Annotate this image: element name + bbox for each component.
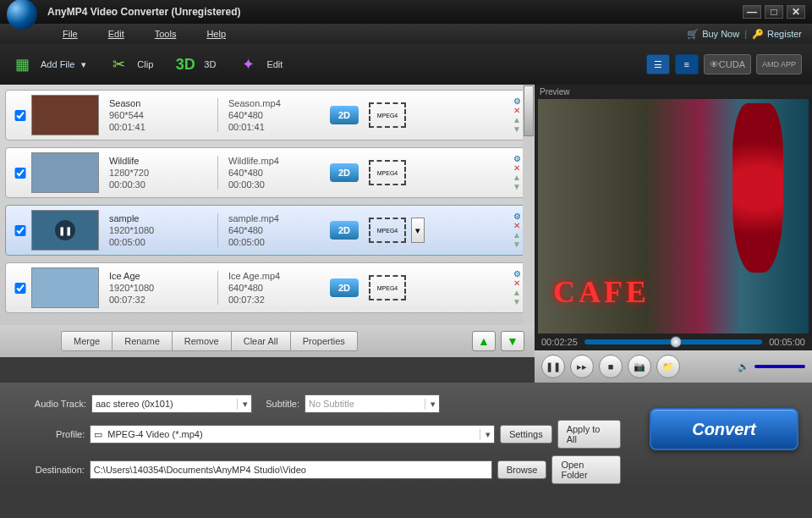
register-link[interactable]: 🔑Register xyxy=(752,29,802,40)
list-view-button[interactable]: ☰ xyxy=(646,54,670,74)
pause-button[interactable]: ❚❚ xyxy=(541,355,565,378)
file-checkbox[interactable] xyxy=(14,168,26,179)
delete-icon[interactable]: ✕ xyxy=(512,279,522,288)
3d-button[interactable]: 3D 3D xyxy=(173,52,216,76)
menu-file[interactable]: File xyxy=(47,29,93,39)
format-badge[interactable]: MPEG4 xyxy=(369,218,406,243)
bottom-panel: Audio Track: aac stereo (0x101)▾ Subtitl… xyxy=(0,383,812,486)
chevron-down-icon: ▾ xyxy=(480,429,491,440)
open-folder-button[interactable]: Open Folder xyxy=(551,455,621,484)
open-snapshot-folder-button[interactable]: 📁 xyxy=(656,355,680,378)
up-icon[interactable]: ▲ xyxy=(512,116,522,124)
output-name: Season.mp4 xyxy=(228,97,320,109)
scrollbar[interactable] xyxy=(523,85,535,325)
seek-thumb[interactable] xyxy=(670,336,682,348)
down-icon[interactable]: ▼ xyxy=(512,240,522,249)
format-dropdown[interactable]: ▾ xyxy=(411,218,425,243)
browse-button[interactable]: Browse xyxy=(497,460,547,479)
nvidia-icon: 👁 xyxy=(710,59,719,69)
up-icon[interactable]: ▲ xyxy=(512,289,522,297)
merge-button[interactable]: Merge xyxy=(61,331,112,351)
gear-icon[interactable]: ⚙ xyxy=(512,155,522,163)
settings-button[interactable]: Settings xyxy=(500,425,552,444)
gear-icon[interactable]: ⚙ xyxy=(512,270,522,278)
file-thumbnail[interactable] xyxy=(31,95,99,135)
menubar: File Edit Tools Help 🛒Buy Now | 🔑Registe… xyxy=(0,24,812,44)
down-icon[interactable]: ▼ xyxy=(512,125,522,134)
file-checkbox[interactable] xyxy=(14,110,26,121)
down-icon[interactable]: ▼ xyxy=(512,298,522,306)
file-checkbox[interactable] xyxy=(14,225,26,236)
dimension-badge[interactable]: 2D xyxy=(330,163,359,182)
move-up-button[interactable]: ▲ xyxy=(472,331,496,351)
clear-all-button[interactable]: Clear All xyxy=(232,331,291,351)
fast-forward-button[interactable]: ▸▸ xyxy=(570,355,594,378)
delete-icon[interactable]: ✕ xyxy=(512,222,522,230)
snapshot-button[interactable]: 📷 xyxy=(628,355,651,378)
rename-button[interactable]: Rename xyxy=(112,331,173,351)
buy-now-link[interactable]: 🛒Buy Now xyxy=(687,29,739,40)
audio-track-select[interactable]: aac stereo (0x101)▾ xyxy=(91,394,252,413)
audio-track-label: Audio Track: xyxy=(14,399,86,409)
file-thumbnail[interactable] xyxy=(31,152,99,193)
file-checkbox[interactable] xyxy=(14,283,26,294)
file-row[interactable]: Season 960*544 00:01:41 Season.mp4 640*4… xyxy=(5,90,529,141)
dimension-badge[interactable]: 2D xyxy=(330,221,359,240)
destination-label: Destination: xyxy=(14,465,85,475)
apply-all-button[interactable]: Apply to All xyxy=(557,420,621,449)
delete-icon[interactable]: ✕ xyxy=(512,164,522,173)
menu-edit[interactable]: Edit xyxy=(93,29,140,39)
menu-tools[interactable]: Tools xyxy=(140,29,192,39)
stop-button[interactable]: ■ xyxy=(599,355,623,378)
up-icon[interactable]: ▲ xyxy=(512,231,522,240)
seek-bar[interactable] xyxy=(584,339,762,344)
file-thumbnail[interactable] xyxy=(31,267,99,308)
move-down-button[interactable]: ▼ xyxy=(501,331,524,351)
gear-icon[interactable]: ⚙ xyxy=(512,212,522,221)
file-list: Season 960*544 00:01:41 Season.mp4 640*4… xyxy=(0,85,535,325)
file-row[interactable]: Wildlife 1280*720 00:00:30 Wildlife.mp4 … xyxy=(5,147,529,198)
volume-slider[interactable] xyxy=(754,365,805,368)
add-file-button[interactable]: ▦ Add File ▾ xyxy=(10,52,86,76)
scroll-thumb[interactable] xyxy=(524,85,534,136)
detail-view-button[interactable]: ≡ xyxy=(675,54,699,74)
delete-icon[interactable]: ✕ xyxy=(512,107,522,115)
properties-button[interactable]: Properties xyxy=(291,331,358,351)
destination-input[interactable]: C:\Users\140354\Documents\AnyMP4 Studio\… xyxy=(90,460,492,479)
clip-button[interactable]: ✂ Clip xyxy=(107,52,153,76)
format-badge[interactable]: MPEG4 xyxy=(369,275,406,300)
menu-help[interactable]: Help xyxy=(191,29,241,39)
up-icon[interactable]: ▲ xyxy=(512,174,522,182)
source-info: Wildlife 1280*720 00:00:30 xyxy=(99,155,217,190)
gear-icon[interactable]: ⚙ xyxy=(512,97,522,106)
file-row[interactable]: Ice Age 1920*1080 00:07:32 Ice Age.mp4 6… xyxy=(5,262,529,313)
output-name: sample.mp4 xyxy=(228,212,320,224)
remove-button[interactable]: Remove xyxy=(173,331,232,351)
subtitle-select[interactable]: No Subtitle▾ xyxy=(304,394,440,413)
format-badge[interactable]: MPEG4 xyxy=(369,102,406,128)
format-icon: ▭ xyxy=(94,429,102,440)
add-file-icon: ▦ xyxy=(10,52,34,76)
file-row[interactable]: ❚❚ sample 1920*1080 00:05:00 sample.mp4 … xyxy=(5,205,529,256)
preview-video[interactable]: CAFE xyxy=(538,99,809,333)
format-badge[interactable]: MPEG4 xyxy=(369,160,406,185)
chevron-down-icon: ▾ xyxy=(237,399,248,410)
edit-button[interactable]: ✦ Edit xyxy=(236,52,283,76)
dimension-badge[interactable]: 2D xyxy=(330,278,359,297)
maximize-button[interactable]: □ xyxy=(765,5,783,19)
down-icon[interactable]: ▼ xyxy=(512,183,522,191)
output-info: sample.mp4 640*480 00:05:00 xyxy=(218,212,320,248)
output-duration: 00:07:32 xyxy=(228,294,320,306)
dimension-badge[interactable]: 2D xyxy=(330,106,359,124)
profile-select[interactable]: ▭MPEG-4 Video (*.mp4)▾ xyxy=(90,425,495,444)
close-button[interactable]: ✕ xyxy=(787,5,805,19)
source-info: sample 1920*1080 00:05:00 xyxy=(99,212,217,248)
file-duration: 00:01:41 xyxy=(109,121,217,133)
minimize-button[interactable]: — xyxy=(743,5,761,19)
file-name: Wildlife xyxy=(109,155,217,167)
file-thumbnail[interactable]: ❚❚ xyxy=(31,210,99,251)
volume-icon[interactable]: 🔊 xyxy=(738,361,749,372)
amd-badge: AMD APP xyxy=(756,54,802,74)
file-name: Season xyxy=(109,97,217,109)
convert-button[interactable]: Convert xyxy=(650,408,798,450)
